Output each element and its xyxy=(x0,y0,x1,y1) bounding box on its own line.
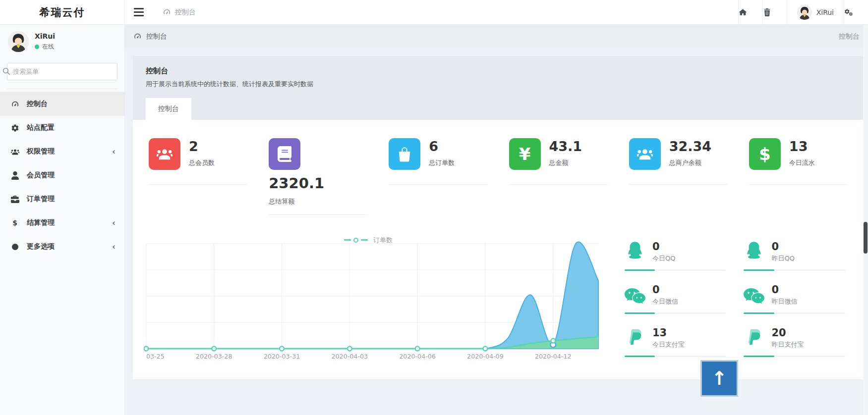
channel-stats: 0 今日QQ 0 xyxy=(599,238,858,363)
chevron-left-icon: ‹ xyxy=(112,243,116,251)
channel-stat: 0 昨日微信 xyxy=(744,284,845,314)
sidebar-user-name: XiRui xyxy=(35,32,55,40)
sidebar-menu-item[interactable]: 权限管理 ‹ xyxy=(0,140,124,163)
main-area: 控制台 控制台 控制台 用于展示当前系统中的统计数据、统计报表及重要实时数据 控… xyxy=(125,0,868,379)
topbar-nav-label: 控制台 xyxy=(175,8,196,17)
stat-label: 总商户余额 xyxy=(669,158,711,167)
sidebar-item-label: 结算管理 xyxy=(27,218,112,227)
cogs-icon xyxy=(844,8,868,16)
trash-icon xyxy=(763,8,787,16)
channel-stat: 0 今日微信 xyxy=(625,284,726,314)
sidebar-menu-item[interactable]: 站点配置 ‹ xyxy=(0,116,124,140)
sidebar: XiRui 在线 控制台 ‹ 站点配置 ‹ 权限管理 ‹ xyxy=(0,25,125,415)
channel-value: 0 xyxy=(771,284,797,296)
topbar-user-menu[interactable]: XiRui xyxy=(787,0,844,24)
legend-marker-icon xyxy=(353,238,358,243)
stat-divider xyxy=(749,184,847,185)
channel-progress-track xyxy=(744,312,845,314)
svg-text:2020-04-12: 2020-04-12 xyxy=(535,353,572,360)
tab-dashboard[interactable]: 控制台 xyxy=(146,98,191,120)
channel-label: 今日支付宝 xyxy=(652,340,685,349)
sidebar-item-label: 更多选项 xyxy=(27,242,112,251)
qq-icon xyxy=(744,241,764,262)
stat-label: 总结算额 xyxy=(269,197,324,206)
sidebar-menu-item[interactable]: 会员管理 ‹ xyxy=(0,163,124,187)
stat-value: 2 xyxy=(189,139,215,154)
topbar: 希瑞云付 控制台 XiRui xyxy=(0,0,868,25)
channel-value: 20 xyxy=(771,327,804,339)
topbar-nav-dashboard[interactable]: 控制台 xyxy=(153,0,206,24)
lower-section: 订单数 03-252020-03-282020-03-312020-04-032… xyxy=(138,238,858,363)
dollar-icon: $ xyxy=(9,219,21,227)
channel-progress-fill xyxy=(625,356,655,357)
user-avatar xyxy=(797,5,812,20)
dollar-icon: $ xyxy=(749,138,781,170)
channel-progress-track xyxy=(744,356,845,357)
wechat-icon xyxy=(744,285,764,306)
channel-value: 0 xyxy=(652,284,678,296)
back-to-top-button[interactable]: ↑ xyxy=(700,360,738,397)
sidebar-user-panel: XiRui 在线 xyxy=(0,25,124,58)
page-header-panel: 控制台 用于展示当前系统中的统计数据、统计报表及重要实时数据 控制台 xyxy=(133,56,863,120)
stat-divider xyxy=(269,214,367,215)
channel-progress-fill xyxy=(625,269,655,271)
stat-divider xyxy=(389,184,487,185)
search-icon[interactable] xyxy=(2,67,113,76)
legend-label: 订单数 xyxy=(373,236,393,245)
channel-label: 今日QQ xyxy=(652,254,675,263)
stat-value: 13 xyxy=(789,139,815,154)
stat-card: 6 总订单数 xyxy=(378,138,498,215)
scrollbar-thumb[interactable] xyxy=(864,222,868,254)
channel-progress-track xyxy=(625,269,726,271)
sidebar-item-label: 订单管理 xyxy=(27,195,112,204)
yen-icon: ¥ xyxy=(509,138,541,170)
users-icon xyxy=(629,138,661,170)
breadcrumb-label: 控制台 xyxy=(146,32,167,41)
sidebar-avatar xyxy=(8,31,29,52)
sidebar-menu-item[interactable]: 控制台 ‹ xyxy=(0,92,124,116)
stat-value: 43.1 xyxy=(549,139,582,154)
channel-stat: 0 今日QQ xyxy=(625,241,726,271)
stat-card: 2320.1 总结算额 xyxy=(258,138,378,215)
legend-line xyxy=(361,239,368,241)
stat-card: $ 13 今日流水 xyxy=(738,138,858,215)
channel-label: 昨日QQ xyxy=(771,254,794,263)
stat-value: 2320.1 xyxy=(269,176,324,192)
sidebar-toggle-button[interactable] xyxy=(125,0,153,24)
sidebar-menu: 控制台 ‹ 站点配置 ‹ 权限管理 ‹ 会员管理 ‹ 订单管理 ‹ $ 结算管理 xyxy=(0,89,124,259)
hamburger-icon xyxy=(134,8,144,16)
sidebar-menu-item[interactable]: $ 结算管理 ‹ xyxy=(0,211,124,235)
home-button[interactable] xyxy=(738,0,762,24)
breadcrumb-dashboard[interactable]: 控制台 xyxy=(133,32,167,41)
sidebar-item-label: 会员管理 xyxy=(27,171,112,180)
gear-icon xyxy=(9,124,21,132)
sidebar-search xyxy=(7,63,117,89)
gauge-icon xyxy=(133,32,142,41)
paypal-icon xyxy=(744,328,764,349)
clear-cache-button[interactable] xyxy=(762,0,787,24)
user-icon xyxy=(9,171,21,180)
stat-value: 32.34 xyxy=(669,139,711,154)
sidebar-menu-item[interactable]: 订单管理 ‹ xyxy=(0,187,124,211)
orders-chart: 订单数 03-252020-03-282020-03-312020-04-032… xyxy=(138,238,599,363)
channel-stat: 20 昨日支付宝 xyxy=(744,327,845,357)
chart-legend[interactable]: 订单数 xyxy=(138,236,599,245)
sidebar-item-label: 站点配置 xyxy=(27,123,112,132)
sidebar-item-label: 权限管理 xyxy=(27,147,112,156)
stats-row: 2 总会员数 2320.1 总结算额 xyxy=(138,138,858,215)
svg-text:2020-03-28: 2020-03-28 xyxy=(196,353,232,360)
dashboard-card: 2 总会员数 2320.1 总结算额 xyxy=(133,120,863,379)
stat-card: 32.34 总商户余额 xyxy=(618,138,738,215)
page-subtitle: 用于展示当前系统中的统计数据、统计报表及重要实时数据 xyxy=(146,80,850,89)
briefcase-icon xyxy=(9,195,21,204)
scrollbar-track[interactable] xyxy=(863,25,868,415)
svg-text:2020-04-09: 2020-04-09 xyxy=(467,353,504,360)
stat-divider xyxy=(149,184,247,185)
home-icon xyxy=(739,8,762,16)
sidebar-menu-item[interactable]: 更多选项 ‹ xyxy=(0,235,124,259)
channel-progress-fill xyxy=(744,312,774,314)
stat-card: 2 总会员数 xyxy=(138,138,258,215)
settings-button[interactable] xyxy=(844,0,868,24)
gauge-icon xyxy=(163,8,171,16)
channel-stat: 0 昨日QQ xyxy=(744,241,845,271)
